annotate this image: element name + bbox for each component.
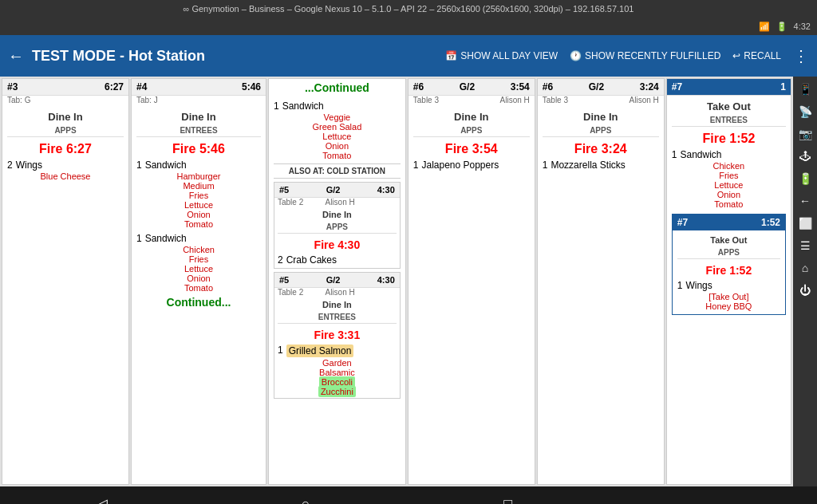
list-item: 1 Sandwich <box>274 100 401 112</box>
gps-icon[interactable]: 📡 <box>799 105 812 118</box>
header-actions: 📅 SHOW ALL DAY VIEW 🕐 SHOW RECENTLY FULF… <box>445 46 809 65</box>
card-6a-number: #6 <box>413 81 424 93</box>
card-3-type: Dine In <box>7 109 124 124</box>
sub-card-7b-header: #7 1:52 <box>673 215 785 230</box>
sub-card-7b-time: 1:52 <box>761 217 780 228</box>
card-6a-section: G/2 <box>460 81 475 93</box>
sub-card-5a-time: 4:30 <box>377 185 395 195</box>
card-7a-number: #7 <box>672 81 682 93</box>
item-qty: 1 <box>677 280 683 291</box>
wifi-icon: 📶 <box>759 22 770 32</box>
bottom-nav: ◁ ○ □ ⋯ <box>0 486 817 504</box>
card-6b-section: G/2 <box>589 81 604 93</box>
card-4-body: Dine In ENTREES Fire 5:46 1 Sandwich Ham… <box>132 106 266 484</box>
item-qty: 1 <box>543 159 548 171</box>
sub-card-5b-section: G/2 <box>326 275 341 285</box>
sub-card-7b-apps: APPS <box>677 246 780 259</box>
back-button[interactable]: ← <box>8 47 24 65</box>
modifier-fries: Fries <box>136 191 261 200</box>
card-6b: #6 G/2 3:24 Table 3 Alison H Dine In APP… <box>537 78 665 485</box>
sub-card-5a-section: G/2 <box>326 185 341 195</box>
card-4-fire: Fire 5:46 <box>136 140 261 159</box>
sub-card-5b-type: Dine In <box>278 298 397 311</box>
card-6a-person: Alison H <box>500 96 530 104</box>
battery-sidebar-icon[interactable]: 🔋 <box>799 172 812 185</box>
card-4-section-entrees: ENTREES <box>136 124 261 137</box>
card-6a: #6 G/2 3:54 Table 3 Alison H Dine In APP… <box>408 78 535 485</box>
sub-card-7b-type: Take Out <box>677 234 780 246</box>
nav-dots-button[interactable]: ⋯ <box>706 495 720 504</box>
title-bar: ∞ Genymotion – Business – Google Nexus 1… <box>0 0 817 18</box>
item-name: Jalapeno Poppers <box>421 159 499 171</box>
mod-onion: Onion <box>274 141 401 151</box>
card-4-tab: Tab: J <box>132 96 266 106</box>
sub-card-5b-entrees: ENTREES <box>278 311 397 324</box>
item-name: Sandwich <box>145 233 187 244</box>
page-title: TEST MODE - Hot Station <box>32 48 445 65</box>
card-3-tab: Tab: G <box>2 96 128 106</box>
sub-card-5a-type: Dine In <box>278 208 397 221</box>
phone-icon[interactable]: 📱 <box>799 83 812 96</box>
item-qty: 1 <box>278 345 283 357</box>
sub-card-5b-body: Dine In ENTREES Fire 3:31 1 Grilled Salm… <box>274 297 400 398</box>
card-7a-body: Take Out ENTREES Fire 1:52 1 Sandwich Ch… <box>667 96 791 484</box>
list-item: 1 Wings <box>677 279 780 292</box>
item-name: Sandwich <box>145 159 187 171</box>
nav-recent-button[interactable]: □ <box>503 496 512 505</box>
show-recently-fulfilled-button[interactable]: 🕐 SHOW RECENTLY FULFILLED <box>570 50 720 61</box>
recall-button[interactable]: ↩ RECALL <box>732 50 781 61</box>
modifier-chicken: Chicken <box>136 245 261 254</box>
card-7a-time: 1 <box>780 81 786 93</box>
list-item: 1 Sandwich <box>136 159 261 171</box>
card-7a-type: Take Out <box>672 99 786 114</box>
sub-card-5a-body: Dine In APPS Fire 4:30 2 Crab Cakes <box>274 207 400 268</box>
list-item: 2 Crab Cakes <box>278 254 397 266</box>
menu-sidebar-icon[interactable]: ☰ <box>800 239 811 252</box>
camera-icon[interactable]: 📷 <box>799 128 812 140</box>
card-6a-header: #6 G/2 3:54 <box>408 79 535 96</box>
home-sidebar-icon[interactable]: ⌂ <box>802 262 808 274</box>
sub-card-5a-header: #5 G/2 4:30 <box>274 183 400 198</box>
item-name: Sandwich <box>282 100 324 112</box>
card-3-time: 6:27 <box>105 81 124 93</box>
window-sidebar-icon[interactable]: ⬜ <box>799 217 812 230</box>
sub-card-5b-info: Table 2 Alison H <box>274 288 400 297</box>
card-6b-number: #6 <box>543 81 553 93</box>
show-all-day-button[interactable]: 📅 SHOW ALL DAY VIEW <box>445 50 558 61</box>
card-6a-apps: APPS <box>413 124 530 137</box>
mod-lettuce: Lettuce <box>672 180 786 190</box>
modifier-blue-cheese: Blue Cheese <box>7 171 124 181</box>
modifier-lettuce2: Lettuce <box>136 264 261 274</box>
card-6b-type: Dine In <box>543 109 659 124</box>
sub-card-5b-number: #5 <box>279 275 289 285</box>
list-item: 1 Mozzarella Sticks <box>543 159 659 171</box>
nav-back-button[interactable]: ◁ <box>97 495 108 504</box>
nav-home-button[interactable]: ○ <box>302 496 310 505</box>
card-3-body: Dine In APPS Fire 6:27 2 Wings Blue Chee… <box>2 106 128 484</box>
card-continued-header: ...Continued <box>269 79 405 96</box>
mod-fries: Fries <box>672 171 786 180</box>
list-item: 1 Sandwich <box>672 148 786 161</box>
sub-card-7b: #7 1:52 Take Out APPS Fire 1:52 1 Wings … <box>672 214 786 315</box>
card-6b-apps: APPS <box>543 124 659 137</box>
item-name: Crab Cakes <box>286 254 337 266</box>
list-item: 1 Grilled Salmon <box>278 344 397 358</box>
joystick-icon[interactable]: 🕹 <box>799 150 811 163</box>
card-4: #4 5:46 Tab: J Dine In ENTREES Fire 5:46… <box>131 78 266 485</box>
back-sidebar-icon[interactable]: ← <box>799 195 811 207</box>
card-6a-time: 3:54 <box>511 81 530 93</box>
modifier-tomato: Tomato <box>136 219 261 229</box>
modifier-hamburger: Hamburger <box>136 171 261 181</box>
title-bar-text: ∞ Genymotion – Business – Google Nexus 1… <box>184 4 634 14</box>
more-options-button[interactable]: ⋮ <box>793 46 809 65</box>
recall-label: RECALL <box>744 50 781 61</box>
mod-veggie: Veggie <box>274 112 401 122</box>
power-icon[interactable]: ⏻ <box>799 284 811 297</box>
item-qty: 1 <box>136 159 142 171</box>
card-3-number: #3 <box>7 81 18 93</box>
item-name: Sandwich <box>680 149 721 160</box>
card-3-header: #3 6:27 <box>2 79 128 96</box>
item-qty: 2 <box>7 159 13 171</box>
card-7a-entrees: ENTREES <box>672 114 786 127</box>
card-6b-table: Table 3 <box>543 96 568 104</box>
